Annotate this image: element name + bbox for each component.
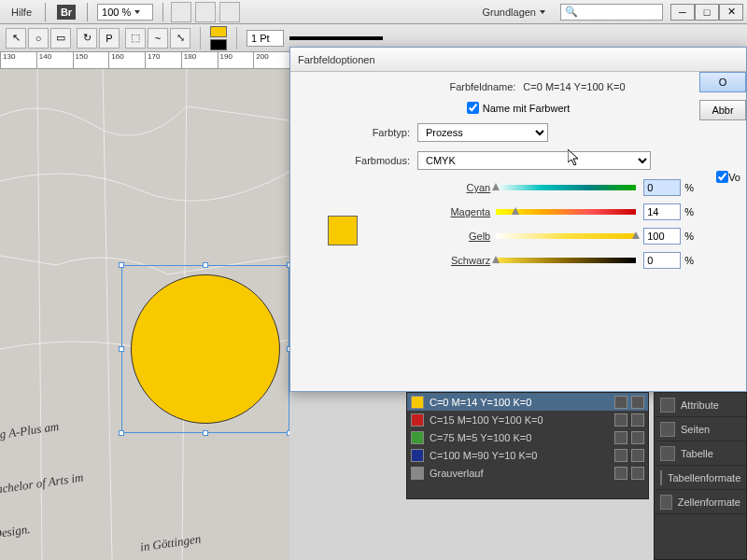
menu-help[interactable]: Hilfe — [4, 0, 39, 23]
resize-handle[interactable] — [203, 430, 208, 436]
menubar: Hilfe Br 100 % Grundlagen 🔍 ─ □ ✕ — [0, 0, 747, 24]
name-with-value-label: Name mit Farbwert — [483, 103, 571, 114]
swatch-row[interactable]: C=0 M=14 Y=100 K=0 — [407, 393, 648, 411]
resize-handle[interactable] — [287, 430, 289, 436]
arrange-icon[interactable] — [219, 2, 240, 22]
ok-button[interactable]: O — [699, 72, 746, 92]
swatch-mode-icon — [631, 431, 644, 444]
color-mode-select[interactable]: CMYK — [417, 151, 651, 170]
tool-smooth[interactable]: ~ — [148, 28, 168, 49]
separator — [87, 3, 88, 21]
swatch-name: C=0 M=14 Y=100 K=0 — [430, 397, 531, 408]
swatch-mode-icon — [631, 449, 644, 462]
slider-track[interactable] — [496, 207, 636, 217]
ruler-tick: 160 — [108, 52, 145, 68]
resize-handle[interactable] — [203, 262, 208, 268]
panel-item-tabelle[interactable]: Tabelle — [655, 441, 746, 466]
percent-label: % — [684, 182, 694, 193]
swatches-panel: C=0 M=14 Y=100 K=0C=15 M=100 Y=100 K=0C=… — [406, 392, 649, 499]
tool-scale[interactable]: ⤡ — [170, 28, 190, 49]
search-input[interactable]: 🔍 — [560, 4, 663, 21]
swatch-mode-icon — [631, 396, 644, 409]
document-page[interactable]: eig A-Plus am . Grades Bachelor of Arts … — [0, 69, 289, 560]
swatch-color-icon — [411, 449, 424, 462]
resize-handle[interactable] — [119, 262, 124, 268]
swatch-name: C=15 M=100 Y=100 K=0 — [430, 414, 543, 426]
workspace-switcher[interactable]: Grundlagen — [475, 7, 554, 18]
swatch-name-label: Farbfeldname: — [411, 81, 523, 92]
swatch-type-icon — [614, 467, 627, 480]
ruler-horizontal: 130140150160170180190200 — [0, 52, 289, 69]
slider-value-input[interactable]: 0 — [643, 252, 681, 269]
color-type-label: Farbtyp: — [305, 127, 417, 138]
slider-row-magenta: Magenta14% — [371, 203, 731, 220]
stroke-weight-field[interactable]: 1 Pt — [247, 30, 284, 47]
name-with-value-checkbox[interactable] — [467, 102, 479, 114]
separator — [162, 3, 163, 21]
fill-stroke-swatches[interactable] — [210, 26, 227, 50]
tool-rect[interactable]: ▭ — [50, 28, 71, 49]
slider-track[interactable] — [496, 183, 636, 192]
swatch-color-icon — [411, 396, 424, 409]
preview-label: Vo — [728, 172, 740, 183]
slider-row-schwarz: Schwarz0% — [371, 252, 731, 269]
slider-track[interactable] — [496, 256, 636, 265]
slider-value-input[interactable]: 14 — [643, 203, 681, 220]
selected-circle[interactable] — [121, 265, 289, 433]
tool-distort[interactable]: ⬚ — [125, 28, 146, 49]
swatch-options-dialog: Farbfeldoptionen Farbfeldname: C=0 M=14 … — [289, 47, 747, 392]
panel-label: Attribute — [681, 399, 719, 411]
swatch-type-icon — [614, 449, 627, 462]
slider-label: Cyan — [440, 182, 496, 193]
tool-text[interactable]: P — [99, 28, 120, 49]
view-options-icon[interactable] — [171, 2, 191, 22]
slider-row-cyan: Cyan0% — [371, 179, 731, 196]
panel-label: Zellenformate — [678, 497, 740, 508]
preview-checkbox[interactable] — [716, 171, 728, 183]
ruler-tick: 200 — [253, 52, 289, 68]
tool-ellipse[interactable]: ○ — [28, 28, 49, 49]
bridge-icon[interactable]: Br — [57, 5, 76, 20]
panel-item-zellenformate[interactable]: Zellenformate — [655, 490, 746, 514]
close-button[interactable]: ✕ — [719, 4, 743, 21]
percent-label: % — [684, 206, 694, 217]
resize-handle[interactable] — [119, 346, 124, 352]
panel-item-seiten[interactable]: Seiten — [655, 417, 746, 441]
resize-handle[interactable] — [119, 430, 124, 436]
percent-label: % — [684, 231, 694, 242]
dialog-title[interactable]: Farbfeldoptionen — [290, 48, 746, 72]
swatch-name-value: C=0 M=14 Y=100 K=0 — [523, 81, 625, 92]
tool-select[interactable]: ↖ — [6, 28, 26, 49]
minimize-button[interactable]: ─ — [670, 4, 695, 21]
panel-icon — [660, 495, 672, 510]
panel-label: Seiten — [681, 424, 710, 435]
tool-rotate[interactable]: ↻ — [77, 28, 97, 49]
swatch-type-icon — [614, 431, 627, 444]
swatch-row[interactable]: C=100 M=90 Y=10 K=0 — [407, 446, 648, 464]
slider-value-input[interactable]: 0 — [643, 179, 681, 196]
swatch-color-icon — [411, 467, 424, 480]
ruler-tick: 180 — [181, 52, 218, 68]
panel-icon — [660, 446, 675, 461]
maximize-button[interactable]: □ — [695, 4, 719, 21]
stroke-preview — [289, 36, 383, 40]
slider-label: Magenta — [440, 206, 496, 217]
panel-item-tabellenformate[interactable]: Tabellenformate — [655, 466, 746, 490]
slider-track[interactable] — [496, 231, 636, 241]
swatch-row[interactable]: Grauverlauf — [407, 464, 648, 482]
color-type-select[interactable]: Prozess — [417, 123, 548, 142]
screen-mode-icon[interactable] — [195, 2, 216, 22]
swatch-type-icon — [614, 396, 627, 409]
color-preview-swatch — [328, 216, 358, 245]
swatch-row[interactable]: C=15 M=100 Y=100 K=0 — [407, 411, 648, 428]
swatch-row[interactable]: C=75 M=5 Y=100 K=0 — [407, 428, 648, 446]
panel-item-attribute[interactable]: Attribute — [655, 393, 746, 417]
swatch-name: Grauverlauf — [430, 468, 483, 479]
zoom-field[interactable]: 100 % — [97, 4, 153, 21]
slider-value-input[interactable]: 100 — [643, 228, 681, 245]
swatch-mode-icon — [631, 413, 644, 427]
swatch-color-icon — [411, 413, 424, 427]
side-panels: AttributeSeitenTabelleTabellenformateZel… — [654, 392, 747, 560]
cancel-button[interactable]: Abbr — [699, 100, 746, 120]
swatch-color-icon — [411, 431, 424, 444]
